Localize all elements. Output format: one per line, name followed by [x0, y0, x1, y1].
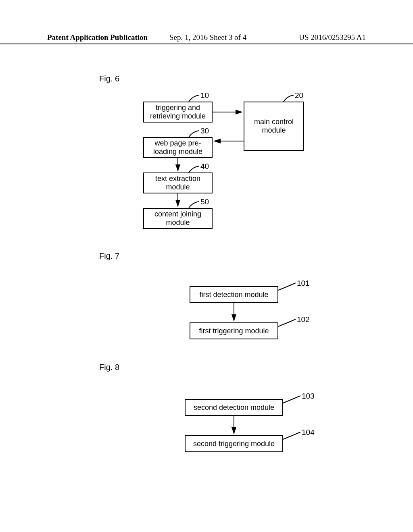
- block-first-triggering: first triggering module: [190, 322, 278, 339]
- block-first-detection: first detection module: [190, 286, 278, 303]
- ref-10: 10: [200, 91, 209, 100]
- block-preloading: web page pre-loading module: [143, 137, 213, 158]
- block-label: content joiningmodule: [154, 210, 201, 227]
- block-label: first detection module: [199, 291, 268, 299]
- block-second-detection: second detection module: [185, 399, 283, 416]
- ref-102: 102: [297, 315, 310, 324]
- figure-label-7: Fig. 7: [99, 251, 119, 261]
- ref-50: 50: [200, 197, 209, 206]
- ref-20: 20: [295, 91, 303, 100]
- arrows-overlay: [0, 0, 413, 532]
- block-label: main controlmodule: [254, 118, 294, 134]
- figure-label-6: Fig. 6: [99, 74, 119, 83]
- header-mid: Sep. 1, 2016 Sheet 3 of 4: [169, 33, 246, 42]
- block-triggering-retrieving: triggering andretrieving module: [143, 102, 213, 123]
- ref-30: 30: [200, 127, 209, 135]
- header-right: US 2016/0253295 A1: [299, 33, 366, 42]
- block-second-triggering: second triggering module: [185, 435, 283, 452]
- block-label: web page pre-loading module: [153, 139, 202, 156]
- block-main-control: main controlmodule: [244, 102, 304, 151]
- ref-40: 40: [200, 162, 209, 171]
- block-label: first triggering module: [199, 327, 269, 335]
- header-left: Patent Application Publication: [47, 33, 148, 42]
- ref-101: 101: [297, 279, 310, 288]
- figure-label-8: Fig. 8: [99, 363, 119, 372]
- page-header: Patent Application Publication Sep. 1, 2…: [0, 33, 413, 44]
- block-label: second detection module: [194, 403, 274, 412]
- block-content-joining: content joiningmodule: [143, 208, 213, 229]
- ref-104: 104: [302, 428, 315, 437]
- block-label: second triggering module: [193, 440, 275, 448]
- block-text-extraction: text extractionmodule: [143, 172, 213, 193]
- ref-103: 103: [302, 392, 315, 401]
- block-label: text extractionmodule: [155, 175, 200, 191]
- block-label: triggering andretrieving module: [150, 104, 206, 120]
